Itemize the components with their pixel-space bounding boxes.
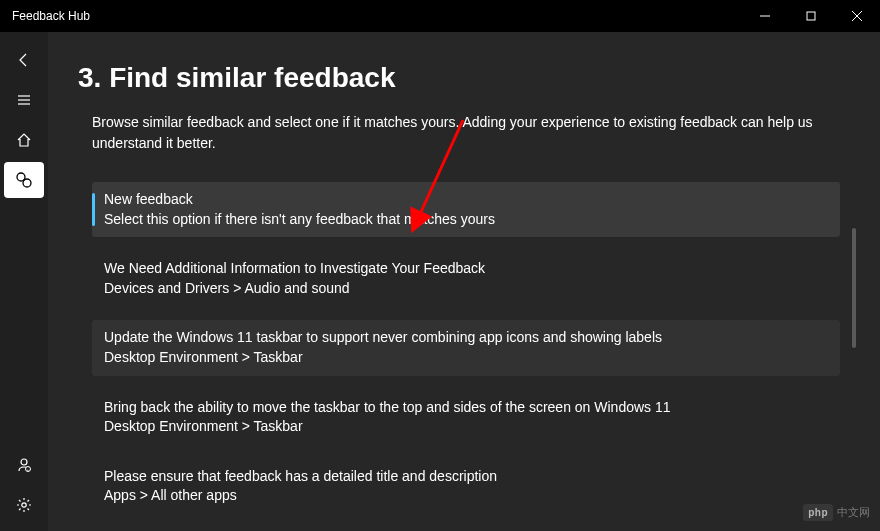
maximize-icon <box>806 11 816 21</box>
watermark: php 中文网 <box>803 504 870 521</box>
page-title: 3. Find similar feedback <box>78 62 840 94</box>
close-button[interactable] <box>834 0 880 32</box>
feedback-item-sub: Apps > All other apps <box>104 486 828 506</box>
nav-back[interactable] <box>4 42 44 78</box>
feedback-item[interactable]: We Need Additional Information to Invest… <box>92 251 840 306</box>
nav-settings[interactable] <box>4 487 44 523</box>
back-arrow-icon <box>16 52 32 68</box>
feedback-item[interactable]: Update the Windows 11 taskbar to support… <box>92 320 840 375</box>
feedback-item-sub: Desktop Environment > Taskbar <box>104 348 828 368</box>
feedback-item-sub: Select this option if there isn't any fe… <box>104 210 828 230</box>
feedback-item-title: Please ensure that feedback has a detail… <box>104 467 828 487</box>
minimize-icon <box>760 11 770 21</box>
maximize-button[interactable] <box>788 0 834 32</box>
nav-home[interactable] <box>4 122 44 158</box>
svg-point-10 <box>21 459 27 465</box>
nav-menu[interactable] <box>4 82 44 118</box>
watermark-text: 中文网 <box>837 505 870 520</box>
feedback-item[interactable]: New feedbackSelect this option if there … <box>92 182 840 237</box>
person-icon: + <box>16 457 32 473</box>
nav-feedback[interactable] <box>4 162 44 198</box>
main-content: 3. Find similar feedback Browse similar … <box>48 32 880 531</box>
nav-profile[interactable]: + <box>4 447 44 483</box>
home-icon <box>16 132 32 148</box>
watermark-logo: php <box>803 504 833 521</box>
svg-point-13 <box>22 503 26 507</box>
gear-icon <box>16 497 32 513</box>
feedback-item[interactable]: Bring back the ability to move the taskb… <box>92 390 840 445</box>
feedback-item-title: Update the Windows 11 taskbar to support… <box>104 328 828 348</box>
window-controls <box>742 0 880 32</box>
feedback-item-sub: Desktop Environment > Taskbar <box>104 417 828 437</box>
feedback-item-title: Bring back the ability to move the taskb… <box>104 398 828 418</box>
minimize-button[interactable] <box>742 0 788 32</box>
feedback-item-sub: Devices and Drivers > Audio and sound <box>104 279 828 299</box>
window-title: Feedback Hub <box>12 9 90 23</box>
scrollbar[interactable] <box>852 228 856 348</box>
feedback-item-title: We Need Additional Information to Invest… <box>104 259 828 279</box>
svg-line-9 <box>24 180 25 181</box>
page-description: Browse similar feedback and select one i… <box>78 112 838 154</box>
hamburger-icon <box>16 92 32 108</box>
feedback-icon <box>15 171 33 189</box>
sidebar: + <box>0 32 48 531</box>
svg-rect-1 <box>807 12 815 20</box>
feedback-list: New feedbackSelect this option if there … <box>78 182 840 531</box>
app-body: + 3. Find similar feedback Browse simila… <box>0 32 880 531</box>
close-icon <box>852 11 862 21</box>
feedback-item-title: New feedback <box>104 190 828 210</box>
feedback-item[interactable]: Please ensure that feedback has a detail… <box>92 459 840 514</box>
titlebar: Feedback Hub <box>0 0 880 32</box>
